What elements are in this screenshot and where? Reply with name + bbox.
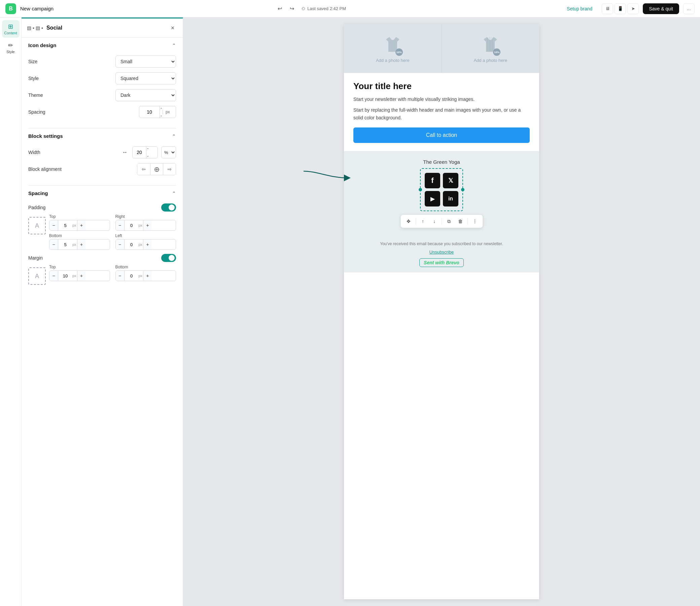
style-icon: ✏ bbox=[8, 42, 13, 49]
padding-right-label: Right bbox=[115, 214, 176, 219]
align-left-button[interactable]: ⇦ bbox=[137, 163, 150, 175]
panel-close-button[interactable]: × bbox=[168, 23, 177, 32]
margin-bottom-field: Bottom − px + bbox=[115, 265, 176, 281]
social-toolbar: ✥ ↑ ↓ ⧉ 🗑 ⋮ bbox=[401, 214, 483, 228]
margin-text-icon: A bbox=[35, 273, 39, 280]
linkedin-icon-button[interactable]: in bbox=[443, 191, 458, 207]
save-quit-button[interactable]: Save & quit bbox=[643, 3, 679, 14]
desktop-view-button[interactable]: 🖥 bbox=[602, 3, 613, 14]
margin-top-inc-button[interactable]: + bbox=[77, 271, 86, 281]
margin-bottom-dec-button[interactable]: − bbox=[116, 271, 125, 281]
cta-button[interactable]: Call to action bbox=[353, 127, 530, 143]
unsubscribe-link[interactable]: Unsubscribe bbox=[429, 250, 454, 255]
sidebar-item-style[interactable]: ✏ Style bbox=[2, 39, 20, 56]
padding-left-dec-button[interactable]: − bbox=[116, 239, 125, 250]
block-settings-header[interactable]: Block settings ⌃ bbox=[22, 129, 183, 144]
width-value-input[interactable] bbox=[133, 150, 146, 155]
badge-1: 10% bbox=[396, 48, 403, 56]
more-button[interactable]: … bbox=[683, 3, 695, 14]
padding-bottom-inc-button[interactable]: + bbox=[77, 239, 86, 250]
drag-handle-left[interactable] bbox=[419, 188, 422, 191]
padding-toggle[interactable] bbox=[161, 204, 176, 212]
size-select[interactable]: Small Medium Large bbox=[115, 55, 176, 68]
sidebar-icons: ⊞ Content ✏ Style bbox=[0, 18, 22, 606]
email-text-1: Start your newsletter with multiple visu… bbox=[353, 95, 530, 103]
padding-top-label: Top bbox=[49, 214, 110, 219]
sidebar-item-content[interactable]: ⊞ Content bbox=[2, 20, 20, 38]
spacing-unit: px bbox=[162, 110, 173, 114]
width-label: Width bbox=[28, 150, 40, 155]
youtube-icon: ▶ bbox=[430, 196, 434, 202]
width-up-arrow[interactable]: ⌃ bbox=[146, 146, 149, 152]
padding-left-inc-button[interactable]: + bbox=[143, 239, 152, 250]
toolbar-divider-2 bbox=[442, 218, 442, 225]
width-row: Width ↔ ⌃ ⌄ % bbox=[28, 146, 176, 158]
padding-right-inc-button[interactable]: + bbox=[143, 220, 152, 231]
width-input-wrap: ⌃ ⌄ bbox=[132, 146, 158, 158]
padding-left-unit: px bbox=[139, 242, 143, 247]
instagram-small-icon: ▪ bbox=[32, 25, 34, 30]
theme-label: Theme bbox=[28, 92, 43, 98]
spacing-up-arrow[interactable]: ⌃ bbox=[160, 106, 162, 112]
panel-title: Social bbox=[46, 25, 164, 31]
panel-body: Icon design ⌃ Size Small Medium Large St… bbox=[22, 38, 183, 606]
margin-bottom-unit: px bbox=[139, 274, 143, 278]
padding-bottom-dec-button[interactable]: − bbox=[49, 239, 58, 250]
icon-design-header[interactable]: Icon design ⌃ bbox=[22, 38, 183, 53]
toolbar-delete-button[interactable]: 🗑 bbox=[455, 216, 466, 226]
padding-right-dec-button[interactable]: − bbox=[116, 220, 125, 231]
width-arrows: ⌃ ⌄ bbox=[146, 146, 149, 158]
theme-select[interactable]: Dark Light Color bbox=[115, 89, 176, 101]
toolbar-down-button[interactable]: ↓ bbox=[429, 216, 439, 226]
padding-label: Padding bbox=[28, 205, 45, 210]
email-photos-row: 10% Add a photo here 10% bbox=[344, 24, 539, 73]
padding-top-dec-button[interactable]: − bbox=[49, 220, 58, 231]
padding-top-input[interactable] bbox=[58, 223, 72, 228]
mobile-view-button[interactable]: 📱 bbox=[614, 3, 626, 14]
undo-button[interactable]: ↩ bbox=[274, 3, 285, 14]
twitter-x-icon-button[interactable]: 𝕏 bbox=[443, 173, 458, 188]
margin-bottom-inc-button[interactable]: + bbox=[143, 271, 152, 281]
spacing-section-header[interactable]: Spacing ⌃ bbox=[22, 186, 183, 201]
drag-handle-right[interactable] bbox=[461, 188, 465, 191]
padding-top-inc-button[interactable]: + bbox=[77, 220, 86, 231]
linkedin-icon: in bbox=[448, 196, 453, 202]
margin-top-dec-button[interactable]: − bbox=[49, 271, 58, 281]
spacing-label: Spacing bbox=[28, 109, 45, 115]
redo-button[interactable]: ↪ bbox=[286, 3, 297, 14]
margin-top-input[interactable] bbox=[58, 273, 72, 278]
padding-left-label: Left bbox=[115, 233, 176, 238]
padding-right-input[interactable] bbox=[125, 223, 139, 228]
toolbar-more-button[interactable]: ⋮ bbox=[470, 216, 480, 226]
setup-brand-link[interactable]: Setup brand bbox=[567, 6, 592, 11]
youtube-icon-button[interactable]: ▶ bbox=[425, 191, 440, 207]
align-center-button[interactable]: ⨁ bbox=[150, 163, 163, 175]
toolbar-up-button[interactable]: ↑ bbox=[418, 216, 428, 226]
email-photo-2: 10% Add a photo here bbox=[442, 24, 540, 73]
send-view-button[interactable]: ➤ bbox=[627, 3, 639, 14]
toolbar-move-button[interactable]: ✥ bbox=[404, 216, 414, 226]
padding-left-input[interactable] bbox=[125, 242, 139, 247]
alignment-label: Block alignment bbox=[28, 166, 62, 172]
icon-design-body: Size Small Medium Large Style Squared Ro… bbox=[22, 53, 183, 128]
twitter-small-icon: ▧ bbox=[36, 25, 40, 30]
align-right-button[interactable]: ⇨ bbox=[163, 163, 176, 175]
spacing-down-arrow[interactable]: ⌄ bbox=[160, 112, 162, 118]
spacing-value-input[interactable] bbox=[139, 109, 159, 115]
photo-label-2: Add a photo here bbox=[474, 58, 507, 63]
facebook-small-icon: ▧ bbox=[27, 25, 31, 30]
padding-bottom-input[interactable] bbox=[58, 242, 72, 247]
style-select[interactable]: Squared Rounded Circle bbox=[115, 72, 176, 85]
toolbar-duplicate-button[interactable]: ⧉ bbox=[444, 216, 454, 226]
undo-redo-group: ↩ ↪ bbox=[274, 3, 297, 14]
facebook-icon-button[interactable]: f bbox=[425, 173, 440, 188]
margin-toggle-row: Margin bbox=[28, 254, 176, 262]
margin-grid: Top − px + Bottom bbox=[49, 265, 176, 281]
width-unit-select[interactable]: % px bbox=[161, 146, 176, 158]
brevo-logo-text: Brevo bbox=[446, 260, 459, 265]
icon-design-title: Icon design bbox=[28, 42, 56, 48]
social-icons-block: f 𝕏 ▶ in bbox=[420, 168, 463, 211]
margin-toggle[interactable] bbox=[161, 254, 176, 262]
margin-bottom-input[interactable] bbox=[125, 273, 139, 278]
width-down-arrow[interactable]: ⌄ bbox=[146, 152, 149, 158]
